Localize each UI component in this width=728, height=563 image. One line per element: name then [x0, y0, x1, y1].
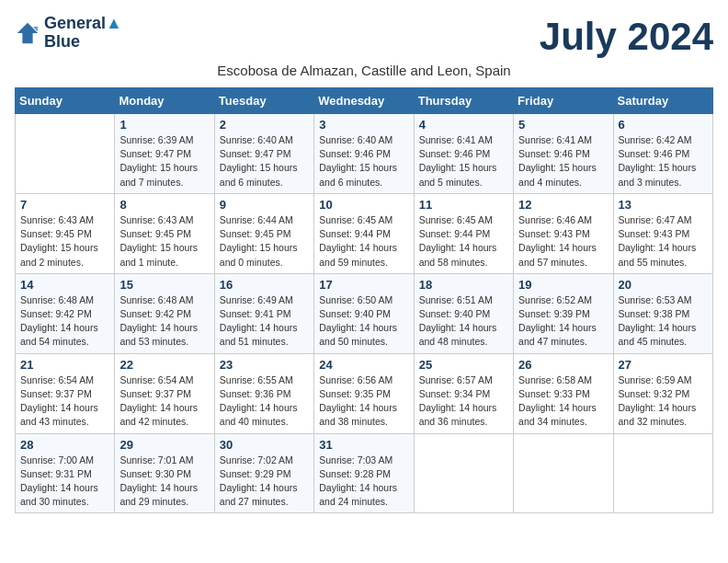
- day-info: Sunrise: 6:48 AM Sunset: 9:42 PM Dayligh…: [119, 293, 209, 350]
- day-cell: 30Sunrise: 7:02 AM Sunset: 9:29 PM Dayli…: [214, 433, 313, 513]
- day-cell: 7Sunrise: 6:43 AM Sunset: 9:45 PM Daylig…: [16, 193, 115, 273]
- day-cell: 29Sunrise: 7:01 AM Sunset: 9:30 PM Dayli…: [115, 433, 214, 513]
- day-cell: 20Sunrise: 6:53 AM Sunset: 9:38 PM Dayli…: [613, 273, 712, 353]
- day-number: 1: [119, 118, 209, 132]
- day-info: Sunrise: 6:40 AM Sunset: 9:47 PM Dayligh…: [220, 133, 309, 190]
- day-number: 3: [319, 118, 408, 132]
- header-cell-tuesday: Tuesday: [214, 88, 313, 114]
- logo: General▲ Blue: [15, 15, 122, 52]
- day-number: 2: [220, 118, 309, 132]
- day-number: 28: [20, 438, 109, 452]
- day-cell: 8Sunrise: 6:43 AM Sunset: 9:45 PM Daylig…: [115, 193, 214, 273]
- day-info: Sunrise: 6:48 AM Sunset: 9:42 PM Dayligh…: [20, 293, 109, 350]
- day-cell: 10Sunrise: 6:45 AM Sunset: 9:44 PM Dayli…: [314, 193, 414, 273]
- day-number: 19: [518, 278, 608, 292]
- day-number: 21: [20, 358, 109, 372]
- day-info: Sunrise: 6:43 AM Sunset: 9:45 PM Dayligh…: [20, 213, 109, 270]
- day-number: 18: [419, 278, 508, 292]
- day-info: Sunrise: 6:53 AM Sunset: 9:38 PM Dayligh…: [619, 293, 708, 350]
- day-info: Sunrise: 6:50 AM Sunset: 9:40 PM Dayligh…: [319, 293, 408, 350]
- header-cell-sunday: Sunday: [16, 88, 115, 114]
- day-number: 25: [419, 358, 508, 372]
- day-info: Sunrise: 6:45 AM Sunset: 9:44 PM Dayligh…: [319, 213, 408, 270]
- week-row-4: 21Sunrise: 6:54 AM Sunset: 9:37 PM Dayli…: [16, 353, 713, 433]
- day-cell: 28Sunrise: 7:00 AM Sunset: 9:31 PM Dayli…: [16, 433, 115, 513]
- day-cell: [16, 114, 115, 194]
- day-info: Sunrise: 7:02 AM Sunset: 9:29 PM Dayligh…: [220, 454, 309, 510]
- day-number: 6: [619, 118, 708, 132]
- month-title: July 2024: [540, 15, 713, 59]
- day-cell: 14Sunrise: 6:48 AM Sunset: 9:42 PM Dayli…: [16, 273, 115, 353]
- day-number: 31: [319, 438, 408, 452]
- day-cell: 9Sunrise: 6:44 AM Sunset: 9:45 PM Daylig…: [214, 193, 313, 273]
- week-row-3: 14Sunrise: 6:48 AM Sunset: 9:42 PM Dayli…: [16, 273, 713, 353]
- day-cell: 31Sunrise: 7:03 AM Sunset: 9:28 PM Dayli…: [314, 433, 414, 513]
- day-number: 27: [619, 358, 708, 372]
- day-info: Sunrise: 6:46 AM Sunset: 9:43 PM Dayligh…: [518, 213, 608, 270]
- day-info: Sunrise: 6:58 AM Sunset: 9:33 PM Dayligh…: [518, 373, 608, 430]
- calendar-table: SundayMondayTuesdayWednesdayThursdayFrid…: [15, 87, 713, 513]
- day-info: Sunrise: 6:40 AM Sunset: 9:46 PM Dayligh…: [319, 133, 408, 190]
- day-info: Sunrise: 6:39 AM Sunset: 9:47 PM Dayligh…: [119, 133, 209, 190]
- day-info: Sunrise: 7:03 AM Sunset: 9:28 PM Dayligh…: [319, 454, 408, 510]
- subtitle: Escobosa de Almazan, Castille and Leon, …: [15, 63, 713, 78]
- day-number: 30: [220, 438, 309, 452]
- day-info: Sunrise: 7:00 AM Sunset: 9:31 PM Dayligh…: [20, 454, 109, 510]
- day-info: Sunrise: 6:52 AM Sunset: 9:39 PM Dayligh…: [518, 293, 608, 350]
- day-info: Sunrise: 6:42 AM Sunset: 9:46 PM Dayligh…: [619, 133, 708, 190]
- day-number: 29: [119, 438, 209, 452]
- day-number: 22: [119, 358, 209, 372]
- day-cell: 2Sunrise: 6:40 AM Sunset: 9:47 PM Daylig…: [214, 114, 313, 194]
- day-info: Sunrise: 6:47 AM Sunset: 9:43 PM Dayligh…: [619, 213, 708, 270]
- day-cell: 18Sunrise: 6:51 AM Sunset: 9:40 PM Dayli…: [414, 273, 513, 353]
- day-number: 12: [518, 198, 608, 212]
- day-info: Sunrise: 6:44 AM Sunset: 9:45 PM Dayligh…: [220, 213, 309, 270]
- day-cell: 15Sunrise: 6:48 AM Sunset: 9:42 PM Dayli…: [115, 273, 214, 353]
- day-cell: 26Sunrise: 6:58 AM Sunset: 9:33 PM Dayli…: [514, 353, 613, 433]
- day-info: Sunrise: 6:54 AM Sunset: 9:37 PM Dayligh…: [20, 373, 109, 430]
- header-cell-monday: Monday: [115, 88, 214, 114]
- day-number: 8: [119, 198, 209, 212]
- day-cell: 4Sunrise: 6:41 AM Sunset: 9:46 PM Daylig…: [414, 114, 513, 194]
- day-cell: 16Sunrise: 6:49 AM Sunset: 9:41 PM Dayli…: [214, 273, 313, 353]
- day-number: 10: [319, 198, 408, 212]
- day-number: 9: [220, 198, 309, 212]
- day-cell: 25Sunrise: 6:57 AM Sunset: 9:34 PM Dayli…: [414, 353, 513, 433]
- day-info: Sunrise: 6:41 AM Sunset: 9:46 PM Dayligh…: [518, 133, 608, 190]
- day-info: Sunrise: 6:43 AM Sunset: 9:45 PM Dayligh…: [119, 213, 209, 270]
- header-cell-thursday: Thursday: [414, 88, 513, 114]
- day-info: Sunrise: 6:56 AM Sunset: 9:35 PM Dayligh…: [319, 373, 408, 430]
- header-row: SundayMondayTuesdayWednesdayThursdayFrid…: [16, 88, 713, 114]
- week-row-5: 28Sunrise: 7:00 AM Sunset: 9:31 PM Dayli…: [16, 433, 713, 513]
- header-cell-friday: Friday: [514, 88, 613, 114]
- day-cell: 11Sunrise: 6:45 AM Sunset: 9:44 PM Dayli…: [414, 193, 513, 273]
- logo-text: General▲ Blue: [44, 15, 122, 52]
- day-info: Sunrise: 6:57 AM Sunset: 9:34 PM Dayligh…: [419, 373, 508, 430]
- day-number: 5: [518, 118, 608, 132]
- day-info: Sunrise: 6:55 AM Sunset: 9:36 PM Dayligh…: [220, 373, 309, 430]
- header-cell-wednesday: Wednesday: [314, 88, 414, 114]
- day-cell: 23Sunrise: 6:55 AM Sunset: 9:36 PM Dayli…: [214, 353, 313, 433]
- day-info: Sunrise: 6:49 AM Sunset: 9:41 PM Dayligh…: [220, 293, 309, 350]
- day-number: 26: [518, 358, 608, 372]
- day-cell: 22Sunrise: 6:54 AM Sunset: 9:37 PM Dayli…: [115, 353, 214, 433]
- day-cell: 17Sunrise: 6:50 AM Sunset: 9:40 PM Dayli…: [314, 273, 414, 353]
- day-cell: 1Sunrise: 6:39 AM Sunset: 9:47 PM Daylig…: [115, 114, 214, 194]
- day-number: 24: [319, 358, 408, 372]
- day-info: Sunrise: 6:59 AM Sunset: 9:32 PM Dayligh…: [619, 373, 708, 430]
- day-info: Sunrise: 6:45 AM Sunset: 9:44 PM Dayligh…: [419, 213, 508, 270]
- day-number: 4: [419, 118, 508, 132]
- day-cell: 12Sunrise: 6:46 AM Sunset: 9:43 PM Dayli…: [514, 193, 613, 273]
- week-row-1: 1Sunrise: 6:39 AM Sunset: 9:47 PM Daylig…: [16, 114, 713, 194]
- day-number: 17: [319, 278, 408, 292]
- day-cell: 24Sunrise: 6:56 AM Sunset: 9:35 PM Dayli…: [314, 353, 414, 433]
- week-row-2: 7Sunrise: 6:43 AM Sunset: 9:45 PM Daylig…: [16, 193, 713, 273]
- day-info: Sunrise: 6:54 AM Sunset: 9:37 PM Dayligh…: [119, 373, 209, 430]
- day-number: 16: [220, 278, 309, 292]
- day-info: Sunrise: 6:51 AM Sunset: 9:40 PM Dayligh…: [419, 293, 508, 350]
- day-info: Sunrise: 7:01 AM Sunset: 9:30 PM Dayligh…: [119, 454, 209, 510]
- day-cell: 3Sunrise: 6:40 AM Sunset: 9:46 PM Daylig…: [314, 114, 414, 194]
- day-number: 15: [119, 278, 209, 292]
- day-cell: 6Sunrise: 6:42 AM Sunset: 9:46 PM Daylig…: [613, 114, 712, 194]
- day-cell: 19Sunrise: 6:52 AM Sunset: 9:39 PM Dayli…: [514, 273, 613, 353]
